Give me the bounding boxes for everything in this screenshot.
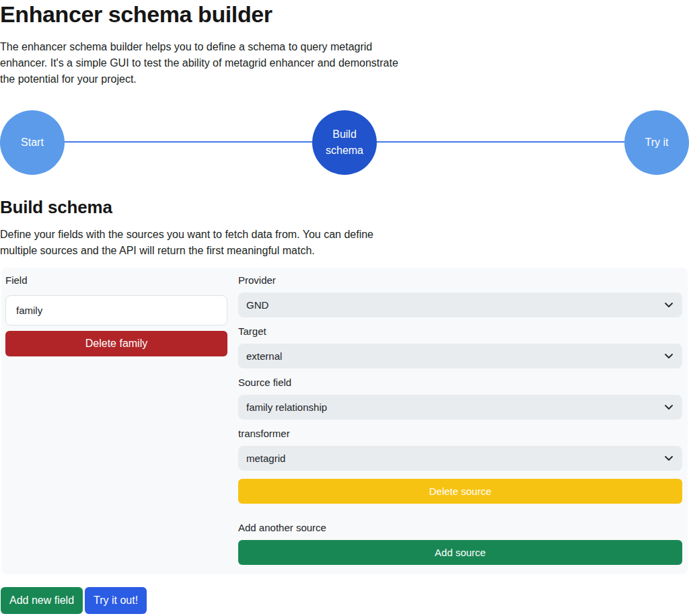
field-card: Field Delete family Provider GND Target …	[1, 268, 688, 574]
provider-select[interactable]: GND	[238, 293, 682, 317]
delete-source-button[interactable]: Delete source	[238, 479, 682, 504]
step-build-schema[interactable]: Build schema	[312, 110, 377, 175]
step-start[interactable]: Start	[0, 110, 65, 175]
step-try-it[interactable]: Try it	[624, 110, 689, 175]
chevron-down-icon	[664, 404, 674, 410]
transformer-select-value: metagrid	[246, 453, 285, 464]
source-field-select[interactable]: family relationship	[238, 395, 682, 420]
delete-field-button[interactable]: Delete family	[5, 331, 227, 356]
field-label: Field	[5, 274, 227, 286]
build-schema-description: Define your fields with the sources you …	[0, 227, 404, 259]
transformer-select[interactable]: metagrid	[238, 446, 682, 471]
intro-text: The enhancer schema builder helps you to…	[0, 39, 400, 87]
transformer-label: transformer	[238, 428, 682, 440]
source-field-label: Source field	[238, 377, 682, 389]
try-it-out-button[interactable]: Try it out!	[85, 587, 147, 614]
step-try-it-label: Try it	[645, 134, 669, 151]
chevron-down-icon	[664, 455, 674, 461]
field-name-input[interactable]	[5, 295, 227, 325]
provider-select-value: GND	[246, 299, 268, 311]
page-title: Enhancer schema builder	[0, 1, 689, 28]
stepper: Start Build schema Try it	[0, 110, 689, 175]
chevron-down-icon	[664, 353, 674, 359]
target-label: Target	[238, 325, 682, 338]
target-select[interactable]: external	[238, 344, 682, 369]
chevron-down-icon	[664, 302, 674, 308]
add-source-button[interactable]: Add source	[238, 540, 682, 565]
add-new-field-button[interactable]: Add new field	[1, 587, 83, 614]
provider-label: Provider	[238, 274, 682, 286]
step-start-label: Start	[21, 134, 44, 151]
footer-actions: Add new field Try it out!	[1, 587, 689, 614]
step-build-schema-label: Build schema	[320, 126, 369, 159]
page: Enhancer schema builder The enhancer sch…	[0, 1, 689, 614]
add-another-source-label: Add another source	[238, 522, 682, 534]
target-select-value: external	[246, 350, 282, 362]
build-schema-heading: Build schema	[0, 197, 689, 218]
source-column: Provider GND Target external Source fiel…	[238, 274, 682, 565]
field-column: Field Delete family	[5, 274, 227, 356]
source-field-select-value: family relationship	[246, 401, 327, 413]
